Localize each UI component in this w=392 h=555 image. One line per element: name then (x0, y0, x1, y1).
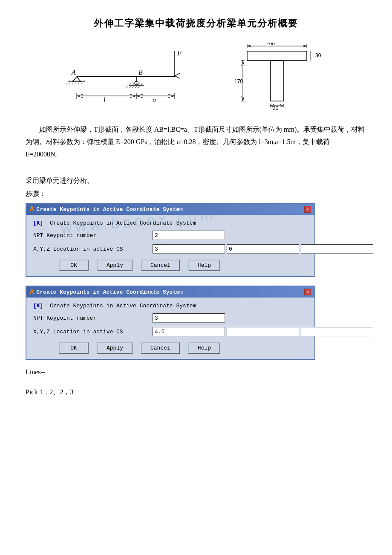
dialog-1-field1-label: NPT Keypoint number (33, 232, 153, 239)
dialog-1-field2-inputs (153, 244, 373, 254)
dialog-2: Λ Create Keypoints in Active Coordinate … (26, 286, 315, 360)
dialog-2-field2-row: X,Y,Z Location in active CS (33, 327, 308, 336)
dialog-2-command-label: [K] Create Keypoints in Active Coordinat… (33, 303, 196, 309)
description-text: 如图所示外伸梁，T形截面，各段长度 AB=l,BC=a。T形截面尺寸如图所示(单… (26, 124, 366, 160)
dialog-2-apply-button[interactable]: Apply (97, 342, 133, 354)
svg-rect-37 (247, 51, 307, 61)
svg-line-33 (136, 94, 143, 96)
dialog-1-field2-z-input[interactable] (301, 244, 373, 254)
dialog-2-field2-inputs (153, 327, 373, 336)
dialog-2-title-left: Λ Create Keypoints in Active Coordinate … (30, 288, 183, 296)
diagrams-area: A B F l a (26, 43, 366, 111)
svg-line-35 (168, 94, 175, 96)
intro-line: 采用梁单元进行分析。 (26, 176, 366, 185)
dialog-2-key: [K] (33, 303, 43, 309)
dialog-1-field1-row: NPT Keypoint number (33, 231, 308, 240)
dialog-2-help-button[interactable]: Help (188, 342, 220, 354)
dialog-2-close-button[interactable]: ✕ (304, 289, 311, 295)
svg-text:200: 200 (266, 43, 275, 46)
dialog-2-command-text: Create Keypoints in Active Coordinate Sy… (50, 303, 196, 309)
cross-section-diagram: 200 30 170 30 (230, 43, 332, 111)
svg-text:F: F (177, 49, 182, 57)
dialog-1-field2-y-input[interactable] (227, 244, 299, 254)
page-title: 外伸工字梁集中载荷挠度分析梁单元分析概要 (26, 17, 366, 30)
svg-text:l: l (104, 96, 106, 104)
dialog-2-command-row: [K] Create Keypoints in Active Coordinat… (33, 303, 308, 309)
dialog-1-help-button[interactable]: Help (188, 260, 220, 271)
svg-rect-38 (271, 61, 283, 101)
steps-label: 步骤： (26, 190, 366, 199)
dialog-2-cancel-button[interactable]: Cancel (141, 342, 180, 354)
dialog-2-titlebar: Λ Create Keypoints in Active Coordinate … (26, 286, 314, 298)
dialog-1-body: www.baoex.com [K] Create Keypoints in Ac… (26, 215, 314, 276)
dialog-2-buttons: OK Apply Cancel Help (33, 342, 308, 354)
dialog-1-buttons: OK Apply Cancel Help (33, 260, 308, 271)
dialog-1-field2-x-input[interactable] (153, 244, 225, 254)
dialog-1-key: [K] (33, 220, 43, 226)
dialog-1-close-button[interactable]: ✕ (304, 206, 311, 213)
svg-line-26 (77, 94, 83, 96)
ansys-logo-2: Λ (30, 288, 34, 296)
dialog-1-command-label: [K] Create Keypoints in Active Coordinat… (33, 220, 196, 226)
pick-label: Pick 1，2、2，3 (26, 388, 366, 397)
beam-diagram: A B F l a (60, 47, 196, 107)
dialog-1-cancel-button[interactable]: Cancel (141, 260, 180, 271)
dialog-1-command-text: Create Keypoints in Active Coordinate Sy… (50, 220, 196, 226)
dialog-1-field2-row: X,Y,Z Location in active CS (33, 244, 308, 254)
dialog-2-field2-z-input[interactable] (301, 327, 373, 336)
dialog-1-field1-input[interactable] (153, 231, 225, 240)
dialog-2-field1-label: NPT Keypoint number (33, 315, 153, 321)
svg-marker-8 (72, 77, 81, 82)
dialog-2-title-text: Create Keypoints in Active Coordinate Sy… (37, 289, 183, 295)
svg-line-34 (136, 96, 143, 98)
dialog-1-command-row: [K] Create Keypoints in Active Coordinat… (33, 220, 308, 226)
dialog-2-field2-x-input[interactable] (153, 327, 225, 336)
dialog-1-ok-button[interactable]: OK (59, 260, 89, 271)
svg-text:a: a (153, 96, 156, 104)
dialog-2-field2-label: X,Y,Z Location in active CS (33, 329, 153, 335)
dialog-2-field2-y-input[interactable] (227, 327, 299, 336)
dialog-2-field1-row: NPT Keypoint number (33, 313, 308, 323)
dialog-2-body: [K] Create Keypoints in Active Coordinat… (26, 298, 314, 359)
ansys-logo-1: Λ (30, 205, 34, 213)
svg-line-27 (77, 96, 83, 98)
svg-text:30: 30 (315, 52, 321, 58)
svg-text:B: B (138, 69, 143, 76)
svg-point-11 (135, 81, 138, 85)
dialog-1-title-left: Λ Create Keypoints in Active Coordinate … (30, 205, 183, 213)
dialog-2-field1-input[interactable] (153, 313, 225, 323)
svg-line-28 (130, 94, 136, 96)
dialog-1: Λ Create Keypoints in Active Coordinate … (26, 203, 315, 277)
svg-line-36 (168, 96, 175, 98)
svg-text:A: A (71, 69, 76, 76)
dialog-1-titlebar: Λ Create Keypoints in Active Coordinate … (26, 204, 314, 215)
dialog-1-title-text: Create Keypoints in Active Coordinate Sy… (37, 206, 183, 213)
svg-text:170: 170 (234, 78, 243, 84)
dialog-1-field2-label: X,Y,Z Location in active CS (33, 246, 153, 252)
lines-label: Lines-- (26, 368, 366, 376)
svg-line-29 (130, 96, 136, 98)
svg-text:30: 30 (273, 105, 279, 111)
dialog-2-ok-button[interactable]: OK (59, 342, 89, 354)
dialog-1-apply-button[interactable]: Apply (97, 260, 133, 271)
